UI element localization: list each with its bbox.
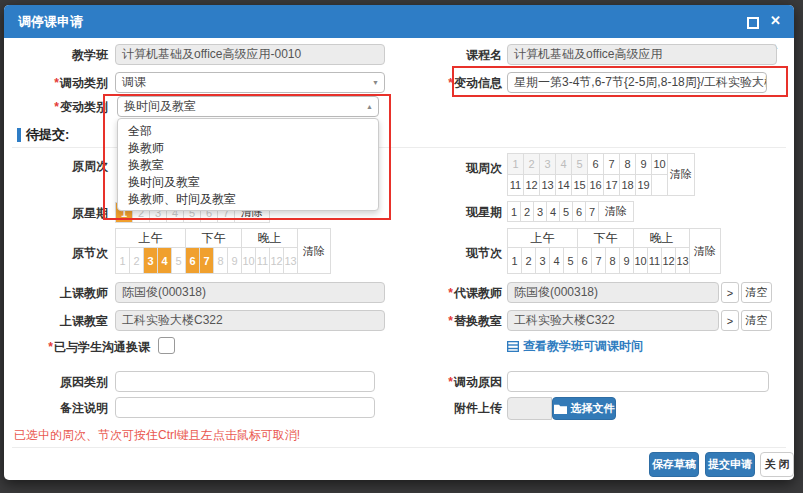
modal-header: 调停课申请 ✕ — [4, 5, 794, 38]
maximize-icon[interactable] — [747, 17, 759, 29]
grid-cell[interactable]: 8 — [620, 154, 635, 174]
modal-title: 调停课申请 — [18, 5, 83, 38]
grid-cell[interactable]: 19 — [636, 175, 651, 195]
grid-cell[interactable]: 4 — [550, 248, 563, 273]
grid-cell[interactable]: 16 — [588, 175, 603, 195]
grid-cell: 4 — [556, 154, 571, 174]
grid-cell[interactable]: 6 — [186, 248, 199, 273]
grid-cell[interactable]: 9 — [636, 154, 651, 174]
clear-button[interactable]: 清除 — [690, 229, 720, 273]
pending-section-title: 待提交: — [17, 126, 69, 144]
sub-teacher-clear-button[interactable]: 清空 — [741, 282, 772, 303]
grid-cell[interactable]: 9 — [620, 248, 633, 273]
orig-section-grid: 上午下午晚上清除12345678910111213 — [115, 228, 331, 274]
grid-cell[interactable]: 3 — [534, 202, 546, 221]
modal-dialog: 调停课申请 ✕ ▲ 教学班 计算机基础及office高级应用-0010 课程名 … — [4, 5, 794, 480]
dropdown-option-teacher-time-room[interactable]: 换教师、时间及教室 — [118, 191, 378, 208]
new-room-clear-button[interactable]: 清空 — [741, 310, 772, 331]
grid-cell[interactable]: 15 — [572, 175, 587, 195]
grid-cell[interactable]: 1 — [508, 248, 521, 273]
change-info-label: *变动信息 — [394, 75, 502, 92]
grid-cell[interactable]: 2 — [521, 202, 533, 221]
sub-teacher-label: *代课教师 — [394, 285, 502, 302]
sub-teacher-picker-button[interactable]: > — [721, 282, 739, 303]
attachment-label: 附件上传 — [394, 400, 502, 417]
submit-button[interactable]: 提交申请 — [705, 452, 755, 477]
grid-header-cell: 上午 — [116, 229, 185, 247]
grid-cell[interactable]: 2 — [522, 248, 535, 273]
choose-file-button[interactable]: 选择文件 — [552, 397, 616, 420]
grid-cell[interactable]: 13 — [540, 175, 555, 195]
clear-button[interactable]: 清除 — [298, 229, 330, 273]
grid-cell: 3 — [540, 154, 555, 174]
teaching-class-field: 计算机基础及office高级应用-0010 — [115, 44, 385, 65]
dropdown-option-all[interactable]: 全部 — [118, 123, 378, 140]
now-week-label: 现周次 — [394, 160, 502, 177]
change-type-label: *变动类别 — [4, 99, 108, 116]
sub-teacher-field: 陈国俊(000318) — [507, 282, 719, 303]
grid-cell[interactable]: 8 — [606, 248, 619, 273]
remark-input[interactable] — [115, 397, 375, 418]
grid-cell[interactable]: 5 — [564, 248, 577, 273]
grid-cell: 5 — [172, 248, 185, 273]
change-type-select[interactable]: 换时间及教室▲ — [117, 96, 379, 117]
reason-type-input[interactable] — [115, 371, 375, 392]
grid-cell[interactable]: 14 — [556, 175, 571, 195]
grid-cell[interactable]: 4 — [158, 248, 171, 273]
chevron-down-icon: ▼ — [372, 73, 379, 93]
close-button[interactable]: 关 闭 — [760, 452, 794, 477]
clear-button[interactable]: 清除 — [599, 202, 633, 221]
remark-label: 备注说明 — [4, 400, 108, 417]
grid-cell[interactable]: 17 — [604, 175, 619, 195]
grid-cell[interactable]: 6 — [573, 202, 585, 221]
teacher-field: 陈国俊(000318) — [115, 282, 385, 303]
save-draft-button[interactable]: 保存草稿 — [649, 452, 699, 477]
view-schedule-link[interactable]: 查看教学班可调课时间 — [507, 338, 643, 355]
course-name-field: 计算机基础及office高级应用 — [507, 44, 777, 65]
course-name-label: 课程名 — [394, 47, 502, 64]
grid-cell[interactable]: 12 — [524, 175, 539, 195]
selection-hint: 已选中的周次、节次可按住Ctrl键且左点击鼠标可取消! — [14, 427, 300, 444]
clear-button[interactable]: 清除 — [668, 154, 694, 195]
dropdown-option-time-room[interactable]: 换时间及教室 — [118, 174, 378, 191]
communicated-label: *已与学生沟通换课 — [4, 339, 150, 356]
grid-cell[interactable]: 6 — [588, 154, 603, 174]
grid-cell[interactable]: 1 — [508, 202, 520, 221]
grid-cell[interactable]: 7 — [604, 154, 619, 174]
move-reason-input[interactable] — [507, 371, 769, 392]
grid-cell[interactable]: 7 — [200, 248, 213, 273]
section-bar — [17, 128, 21, 142]
grid-cell[interactable]: 11 — [648, 248, 661, 273]
grid-cell[interactable]: 10 — [652, 154, 667, 174]
new-room-picker-button[interactable]: > — [721, 310, 739, 331]
grid-cell[interactable]: 10 — [634, 248, 647, 273]
required-asterisk: * — [448, 375, 453, 389]
orig-section-label: 原节次 — [4, 245, 108, 262]
dropdown-option-room[interactable]: 换教室 — [118, 157, 378, 174]
grid-header-cell: 上午 — [508, 229, 577, 247]
grid-cell[interactable]: 12 — [662, 248, 675, 273]
teaching-class-label: 教学班 — [4, 47, 108, 64]
grid-cell[interactable]: 13 — [676, 248, 689, 273]
grid-cell[interactable]: 6 — [578, 248, 591, 273]
grid-cell: 5 — [572, 154, 587, 174]
close-icon[interactable]: ✕ — [770, 5, 781, 37]
now-day-label: 现星期 — [394, 204, 502, 221]
grid-cell[interactable]: 18 — [620, 175, 635, 195]
grid-cell[interactable]: 4 — [547, 202, 559, 221]
change-type-dropdown: 全部 换教师 换教室 换时间及教室 换教师、时间及教室 — [117, 118, 379, 211]
footer-divider — [12, 447, 786, 448]
communicated-checkbox[interactable] — [158, 337, 175, 354]
grid-header-cell: 晚上 — [242, 229, 297, 247]
grid-cell[interactable]: 7 — [586, 202, 598, 221]
grid-cell[interactable]: 5 — [560, 202, 572, 221]
dropdown-option-teacher[interactable]: 换教师 — [118, 140, 378, 157]
change-info-select[interactable]: 星期一第3-4节,6-7节{2-5周,8-18周}/工科实验大楼C3...▼ — [507, 72, 767, 93]
now-day-grid: 1234567清除 — [507, 201, 634, 222]
move-type-select[interactable]: 调课▼ — [115, 72, 385, 93]
grid-cell[interactable]: 3 — [144, 248, 157, 273]
grid-cell[interactable]: 3 — [536, 248, 549, 273]
now-section-label: 现节次 — [394, 245, 502, 262]
grid-cell[interactable]: 11 — [508, 175, 523, 195]
grid-cell[interactable]: 7 — [592, 248, 605, 273]
